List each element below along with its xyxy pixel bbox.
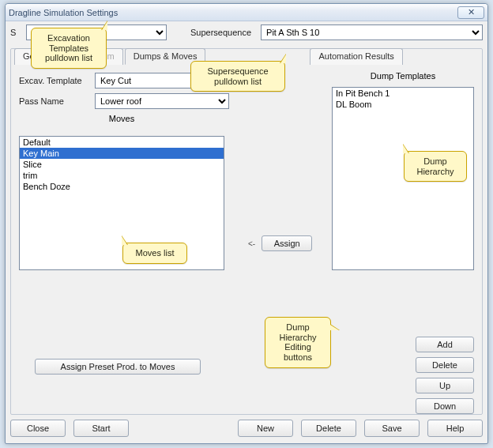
delete-button[interactable]: Delete xyxy=(416,357,474,373)
sim-label-trunc: S xyxy=(10,28,21,37)
callout-moves: Moves list xyxy=(122,243,187,264)
pass-name-combobox[interactable]: Lower roof xyxy=(95,93,229,109)
tab-automation-results[interactable]: Automation Results xyxy=(310,48,402,65)
moves-listbox[interactable]: Default Key Main Slice trim Bench Doze xyxy=(19,136,224,270)
add-button[interactable]: Add xyxy=(416,337,474,352)
close-button[interactable]: Close xyxy=(10,420,66,437)
callout-text: Excavation Templates pulldown list xyxy=(45,33,92,62)
assign-button[interactable]: Assign xyxy=(262,235,312,251)
delete2-button[interactable]: Delete xyxy=(301,420,356,437)
callout-text: Dump Hierarchy xyxy=(416,156,453,176)
assign-arrow-icon: <- xyxy=(248,239,255,248)
callout-text: Supersequence pulldown list xyxy=(207,66,268,86)
titlebar: Dragline Simulation Settings ✕ xyxy=(6,4,487,21)
assign-preset-group: Assign Preset Prod. to Moves xyxy=(35,359,201,375)
start-button[interactable]: Start xyxy=(73,420,129,437)
help-button[interactable]: Help xyxy=(427,420,483,437)
supersequence-combobox[interactable]: Pit A Sth S 10 xyxy=(261,24,483,40)
callout-supersequence: Supersequence pulldown list xyxy=(190,61,285,92)
window-title: Dragline Simulation Settings xyxy=(9,8,118,17)
tab-body: Excav. Template Key Cut Pass Name Lower … xyxy=(11,65,482,414)
list-item[interactable]: Key Main xyxy=(20,148,224,159)
assign-preset-button[interactable]: Assign Preset Prod. to Moves xyxy=(35,359,201,375)
close-icon: ✕ xyxy=(468,7,475,17)
list-item[interactable]: Bench Doze xyxy=(20,181,224,192)
callout-text: Dump Hierarchy Editing buttons xyxy=(279,322,316,362)
dialog-window: Dragline Simulation Settings ✕ S ast DL … xyxy=(5,3,488,444)
assign-group: <- Assign xyxy=(248,235,312,251)
list-item[interactable]: trim xyxy=(20,170,224,181)
list-item[interactable]: Default xyxy=(20,137,224,148)
callout-dump-buttons: Dump Hierarchy Editing buttons xyxy=(265,317,331,368)
down-button[interactable]: Down xyxy=(416,398,474,414)
new-button[interactable]: New xyxy=(238,420,293,437)
window-close-button[interactable]: ✕ xyxy=(457,6,484,19)
supersequence-label: Supersequence xyxy=(190,28,251,37)
up-button[interactable]: Up xyxy=(416,378,474,393)
excav-template-label: Excav. Template xyxy=(19,76,88,85)
pass-name-label: Pass Name xyxy=(19,96,88,106)
bottom-button-bar: Close Start New Delete Save Help xyxy=(10,420,483,437)
list-item[interactable]: In Pit Bench 1 xyxy=(333,88,473,99)
list-item[interactable]: DL Boom xyxy=(333,99,473,110)
list-item[interactable]: Slice xyxy=(20,159,224,170)
tab-panel: General Single Sim Dumps & Moves Automat… xyxy=(10,48,483,415)
callout-excav: Excavation Templates pulldown list xyxy=(31,28,107,69)
moves-title: Moves xyxy=(19,114,224,123)
save-button[interactable]: Save xyxy=(364,420,420,437)
dump-hierarchy-buttons: Add Delete Up Down xyxy=(416,337,474,414)
callout-text: Moves list xyxy=(136,248,175,258)
dump-templates-title: Dump Templates xyxy=(332,71,474,81)
callout-dump-hierarchy: Dump Hierarchy xyxy=(404,151,467,182)
